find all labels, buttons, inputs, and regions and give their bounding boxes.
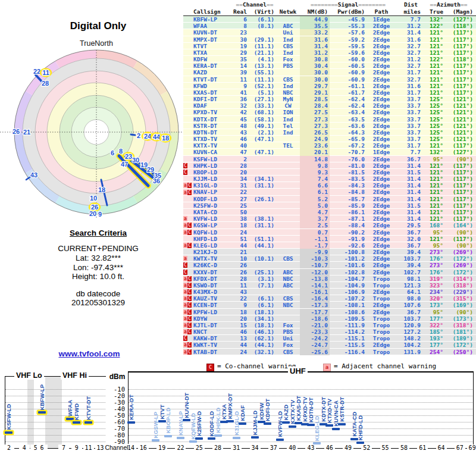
callsign-cell: KNCT [193,328,233,335]
co-channel-warning-icon: C [187,329,192,334]
search-mode: CURRENT+PENDING [0,244,196,253]
channel-number-label: 2 [137,132,140,139]
adjacent-channel-warning-icon: a [183,283,187,288]
callsign-cell: KCEN-DT [193,302,233,308]
adjacent-channel-warning-icon: a [183,223,187,228]
station-table: ==Channel== ========Signal======== Dist … [183,1,476,355]
x-axis-tick-label: 31 [231,445,242,451]
callsign-cell: KVFW-LD [193,215,233,222]
x-axis-tick-label: 4 [19,445,30,451]
table-row: aCKLEG-LD44(44.1)-1.7-92.62Edge36.795°(9… [183,242,476,249]
table-row: KDFW35(4.1)Fox30.8-60.02Edge31.2122°(118… [183,56,476,62]
table-row: CK26KC-D26-10.7-101.62Edge39.4273°(269°) [183,262,476,268]
vhf-left-border [5,376,5,449]
adjacent-channel-warning-icon: a [183,296,187,301]
signal-bar [208,437,215,440]
station-bar-label: KBOP-LD [164,368,172,434]
adjacent-channel-warning-icon: a [183,349,187,355]
adjacent-channel-warning-icon: a [183,256,187,261]
x-axis-tick-label: 34 [250,445,261,451]
table-row: aCKNAV-LP226.1-84.82Edge31.4121°(117°) [183,189,476,195]
station-bar-label: KTVT [158,353,166,419]
vhf-bottom-axis [5,448,106,449]
station-callsign-label: KQFW-LD [190,413,196,440]
gridline [5,396,105,396]
station-bearing-spoke [131,134,135,135]
db-datecode-value: 201205301329 [0,298,196,307]
gridline [5,389,105,390]
table-row: KBFW-LP6(6.1)44.9-45.91Edge7.7132°(127°) [183,16,476,23]
x-axis-tick-label: 37 [268,445,279,451]
callsign-cell: KTXA [193,49,233,56]
table-row: KFWD9(52.1)Ind29.7-61.12Edge31.6121°(117… [183,83,476,89]
gridline [5,435,105,436]
table-row: CKXXV-DT26(25.1)ABC-12.0-102.82Edge102.7… [183,269,476,276]
signal-bar [226,420,234,422]
channel-number-label: 43 [30,171,37,179]
station-bar-label: K25FW-D [195,371,203,436]
adjacent-channel-warning-icon: a [183,289,187,295]
x-axis-tick-label: 69 [467,445,476,451]
x-axis-tick-label: 52 [361,445,372,451]
co-channel-warning-icon: C [183,336,187,341]
gridline [5,409,105,409]
station-callsign-label: KATA-CD [351,412,358,437]
table-row: KAZD39(55.1)30.0-60.92Edge31.7121°(117°) [183,69,476,76]
callsign-cell: K43MX-D [193,289,233,295]
table-row: KTVT-DT11(11.1)CBS30.0-60.92Edge32.7121°… [183,76,476,83]
signal-bar [332,428,340,430]
y-axis-tick-label: -10 [107,386,125,393]
tvfool-link-wrap: www.tvfool.com [0,348,178,359]
callsign-cell: KWKT-TV [193,342,233,348]
adjacent-channel-warning-icon: a [183,190,187,195]
table-row: KXTX-TV40TEL23.6-67.22Edge31.7121°(117°) [183,142,476,149]
callsign-cell: KJJM-LD [193,176,233,182]
x-axis-tick-label: 67 [455,445,465,451]
dbm-axis-label: dBm [108,373,126,381]
channel-number-label: 47 [121,161,128,168]
signal-bar [177,437,184,439]
signal-bar [233,437,240,439]
y-axis-tick-label: -50 [107,412,125,419]
signal-bar [127,421,135,424]
table-row: KTVT19(11.1)CBS31.4-59.52Edge32.7121°(11… [183,43,476,49]
callsign-cell: K25FW-D [193,202,233,209]
signal-bar [313,442,321,445]
gridline [5,428,105,429]
station-callsign-label: KERA-DT [128,395,134,420]
adjacent-channel-warning-icon: a [183,309,187,315]
table-row: KDAF32(33.1)CW28.4-62.42Edge33.7125°(121… [183,102,476,109]
station-bar-label: KJJM-LD [251,370,259,435]
table-row: KTXD-TV46(47.1)24.9-65.92Edge33.7125°(12… [183,136,476,142]
uhf-bottom-axis [128,448,474,449]
callsign-cell: K21KJ-D [193,249,233,255]
callsign-cell: KDFI-DT [193,96,233,102]
signal-bar [189,440,197,443]
adjacent-channel-warning-icon: a [183,216,187,221]
callsign-cell: KJTL-DT [193,322,233,328]
tvfool-link[interactable]: www.tvfool.com [58,349,120,358]
co-channel-warning-icon: C [187,183,192,188]
y-axis-tick-label: -60 [107,418,125,425]
x-axis-tick-label: 58 [399,445,409,451]
callsign-cell: KNAV-LP [193,189,233,195]
gridline [5,415,105,416]
signal-bar [152,439,159,442]
y-axis-tick-label: -40 [107,405,125,412]
signal-bar [350,438,358,440]
station-bar-label: KATA-CD [350,371,358,437]
table-column-header: Callsign Real (Virt) Netwk NM(dB) Pwr(dB… [183,8,476,16]
adjacent-channel-legend-text: = Adjacent channel warning [334,362,436,370]
station-callsign-label: KBOP-LD [165,408,171,433]
co-channel-warning-icon: C [187,276,192,281]
channel-number-label: 44 [153,133,161,140]
callsign-cell: KUVN-DT [193,29,233,36]
callsign-cell: KDYW [193,315,233,322]
station-bar-label: KTVT-DT [84,355,92,420]
callsign-cell: KGSW-LP [193,222,233,228]
x-axis-tick-label: 22 [175,445,186,451]
table-row: KATA-CD504.7-86.12Edge31.4121°(117°) [183,209,476,215]
x-axis-tick-label: 2 [4,445,14,451]
table-row: aCKNCT46(46.1)PBS-23.3-114.2Tropo127.218… [183,328,476,335]
signal-bar [320,423,327,425]
